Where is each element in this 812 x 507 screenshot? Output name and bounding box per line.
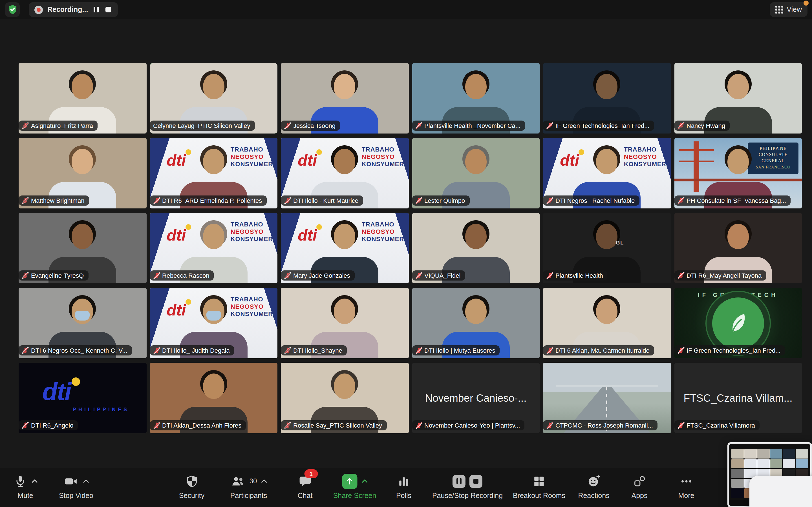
participant-tile[interactable]: DTI 6 Aklan, Ma. Carmen Iturralde [543,288,671,358]
toolbar-button-share-screen[interactable]: Share Screen [333,473,376,500]
participant-name: Evangeline-TyresQ [31,272,84,279]
participant-tile[interactable]: Lester Quimpo [412,138,540,209]
face [727,224,749,249]
preview-mini-tile [757,449,769,458]
preview-mini-tile [744,459,757,468]
muted-mic-icon [677,347,684,354]
preview-mini-tile [744,449,757,458]
chat-unread-badge: 1 [304,469,318,478]
stop-recording-button[interactable] [104,6,112,13]
participant-name: CTPCMC - Ross Joseph Romanil... [555,422,653,429]
toolbar-button-security[interactable]: Security [179,473,204,500]
recording-controls [453,474,483,488]
toolbar-button-apps[interactable]: Apps [631,473,648,500]
preview-mini-tile [796,459,808,468]
toolbar-button-label: Breakout Rooms [513,492,565,500]
participant-name-label: DTI 6 Negros Occ_ Kenneth C. V... [18,345,132,355]
face-mask [75,311,90,321]
participant-tile[interactable]: DTI Iloilo_Shayne [281,288,409,358]
toolbar-button-label: Mute [17,492,33,500]
toolbar-button-reactions[interactable]: Reactions [578,473,609,500]
participant-tile[interactable]: Rosalie Say_PTIC Silicon Valley [281,363,409,433]
participant-tile[interactable]: dtiTRABAHONEGOSYOKONSYUMERDTI Negros _Ra… [543,138,671,209]
toolbar-button-polls[interactable]: Polls [396,473,411,500]
muted-mic-icon [415,422,422,429]
participant-tile[interactable]: Evangeline-TyresQ [18,213,146,283]
participant-name: Mary Jade Gonzales [293,272,350,279]
chevron-up-icon[interactable] [83,480,89,483]
chevron-up-icon[interactable] [261,480,267,483]
participant-tile[interactable]: DTI R6_May Angeli Tayona [674,213,802,283]
participant-tile[interactable]: dtiTRABAHONEGOSYOKONSYUMERDTI Iloilo - K… [281,138,409,209]
participant-tile[interactable]: dtiTRABAHONEGOSYOKONSYUMERDTI Iloilo_ Ju… [150,288,277,358]
toolbar-button-mute[interactable]: Mute [13,473,38,500]
preview-mini-tile [770,449,782,458]
participant-name-label: CTPCMC - Ross Joseph Romanil... [543,420,658,431]
chat-icon: 1 [298,473,312,490]
participant-tile[interactable]: Nancy Hwang [674,63,802,133]
participant-tile[interactable]: dtiTRABAHONEGOSYOKONSYUMERRebecca Rascon [150,213,277,283]
participant-tile[interactable]: IF GREEN TECHIF Green Technologies_Ian F… [674,288,802,358]
muted-mic-icon [284,422,291,429]
participant-tile[interactable]: IF Green Technologies_Ian Fred... [543,63,671,133]
participant-name-label: DTI 6 Aklan, Ma. Carmen Iturralde [543,345,654,355]
pause-recording-button[interactable] [93,6,100,13]
face [465,224,487,249]
face [596,298,618,324]
participant-name: Plantsville Health [555,272,603,279]
notification-dot [804,1,809,6]
preview-mini-tile [731,489,744,498]
participant-name-label: DTI R6_May Angeli Tayona [674,270,766,281]
toolbar-button-breakout-rooms[interactable]: Breakout Rooms [513,473,565,500]
toolbar-button-stop-video[interactable]: Stop Video [59,473,93,500]
participant-tile[interactable]: Matthew Brightman [18,138,146,209]
participant-tile[interactable]: Plantsville Health _November Ca... [412,63,540,133]
participant-name-label: November Canieso-Yeo | Plantsv... [412,420,525,431]
participant-name: IF Green Technologies_Ian Fred... [687,347,780,354]
participant-tile[interactable]: DTI 6 Negros Occ_ Kenneth C. V... [18,288,146,358]
reactions-icon [587,473,601,490]
participant-name: Rosalie Say_PTIC Silicon Valley [293,422,382,429]
face-mask [206,311,221,321]
share-screen-icon [342,473,367,490]
chevron-up-icon[interactable] [362,480,367,483]
pause-stop-recording-icon [453,473,483,490]
participant-tile[interactable]: Celynne Layug_PTIC Silicon Valley [150,63,277,133]
participant-name-label: Rosalie Say_PTIC Silicon Valley [281,420,387,431]
stop-recording-button[interactable] [469,474,483,488]
face [334,298,356,324]
participant-tile[interactable]: November Canieso-...November Canieso-Yeo… [412,363,540,433]
preview-mini-tile [731,479,744,488]
toolbar-button-participants[interactable]: 30Participants [231,473,267,500]
recording-pill: Recording... [29,2,118,17]
participant-tile[interactable]: DTI Iloilo | Mutya Eusores [412,288,540,358]
participant-tile[interactable]: VIQUA_Fidel [412,213,540,283]
participant-tile[interactable]: DTI Aklan_Dessa Anh Flores [150,363,277,433]
toolbar-button-more[interactable]: More [678,473,695,500]
participant-tile[interactable]: CTPCMC - Ross Joseph Romanil... [543,363,671,433]
preview-mini-tile [770,459,782,468]
participant-tile[interactable]: GLPlantsville Health [543,213,671,283]
participant-tile[interactable]: Asignaturo_Fritz Parra [18,63,146,133]
participant-name: Plantsville Health _November Ca... [424,122,520,129]
toolbar-button-chat[interactable]: 1Chat [298,473,313,500]
pause-recording-button[interactable] [453,474,465,488]
face [596,149,618,174]
participant-name-label: Plantsville Health _November Ca... [412,121,525,131]
toolbar-button-pause-stop-recording[interactable]: Pause/Stop Recording [432,473,503,500]
participant-tile[interactable]: Jessica Tsoong [281,63,409,133]
participant-tile[interactable]: FTSC_Czarina Villam...FTSC_Czarina Villa… [674,363,802,433]
toolbar-button-label: Stop Video [59,492,93,500]
face [596,74,618,99]
participant-tile[interactable]: dtiPHILIPPINESDTI R6_Angelo [18,363,146,433]
chevron-up-icon[interactable] [32,480,38,483]
face [334,224,356,249]
participant-name-label: FTSC_Czarina Villamora [674,420,760,431]
view-button[interactable]: View [770,2,808,17]
participant-tile[interactable]: dtiTRABAHONEGOSYOKONSYUMERMary Jade Gonz… [281,213,409,283]
participant-tile[interactable]: dtiTRABAHONEGOSYOKONSYUMERDTI R6_ARD Erm… [150,138,277,209]
muted-mic-icon [677,197,684,204]
face [203,74,224,99]
participant-tile[interactable]: PHILIPPINECONSULATEGENERALSAN FRANCISCOP… [674,138,802,209]
encryption-badge[interactable] [5,2,20,17]
